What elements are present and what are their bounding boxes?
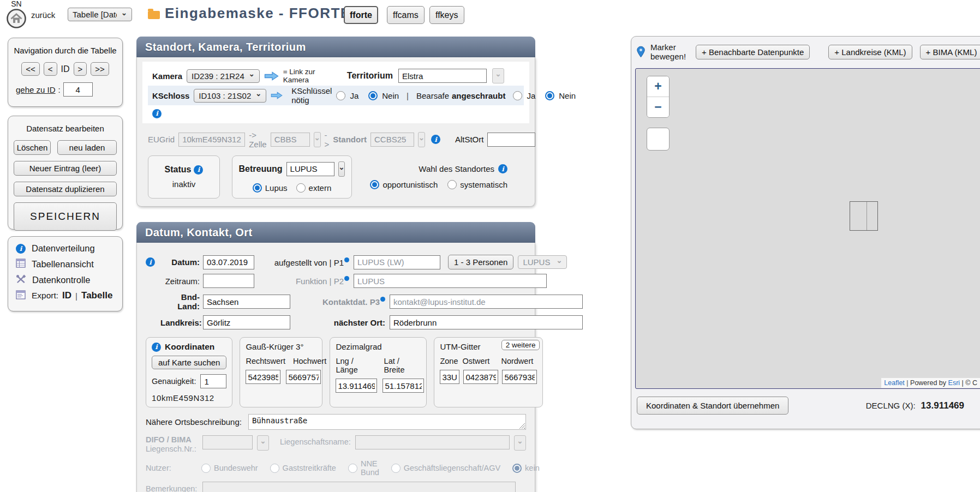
kamera-select-value: ID239 : 21R24: [192, 71, 244, 81]
zeitraum-input[interactable]: [203, 274, 254, 288]
kschluessel-nein-label: Nein: [382, 91, 399, 100]
betreuung-lupus-radio[interactable]: [253, 183, 262, 193]
genauigkeit-input[interactable]: [200, 374, 226, 388]
chevron-down-icon: [339, 166, 345, 172]
info-icon[interactable]: [194, 165, 203, 175]
declng-value: 13.911469: [921, 400, 964, 411]
betreuung-extern-radio[interactable]: [296, 183, 306, 193]
zelle-input: [271, 133, 310, 147]
powered-by-text: Powered by: [910, 379, 946, 387]
lng-input[interactable]: [336, 379, 377, 393]
tabellenansicht-link[interactable]: Tabellenansicht: [32, 259, 94, 269]
kschluessel-nein-radio[interactable]: [368, 91, 378, 100]
zoom-in-button[interactable]: +: [647, 76, 669, 97]
table-icon: [16, 259, 26, 269]
kamera-label: Kamera: [152, 71, 182, 81]
ort-input[interactable]: [390, 315, 583, 329]
karte-suchen-button[interactable]: auf Karte suchen: [152, 356, 226, 369]
bearsafe-nein-radio[interactable]: [545, 91, 554, 100]
goto-id-input[interactable]: [63, 82, 93, 97]
info-icon[interactable]: [152, 343, 161, 352]
home-logo[interactable]: SN: [4, 0, 28, 31]
nav-button-fforte[interactable]: fforte: [344, 6, 378, 24]
next-record-button[interactable]: >: [74, 62, 87, 76]
navigation-box: Navigation durch die Tabelle << < ID > >…: [8, 38, 123, 107]
p1-input[interactable]: [354, 255, 440, 269]
info-icon[interactable]: [152, 109, 162, 118]
edit-title: Datensatz bearbeiten: [14, 124, 117, 133]
wahl-label: Wahl des Standortes: [419, 164, 494, 173]
uebernehmen-button[interactable]: Koordinaten & Standort übernehmen: [637, 397, 788, 415]
datenkontrolle-link[interactable]: Datenkontrolle: [32, 275, 90, 285]
map[interactable]: + − Leaflet | Powered by Esri | © C: [635, 68, 980, 389]
dez-col-lng: Lng / Länge: [336, 357, 376, 374]
kschloss-select[interactable]: ID103 : 21S02: [194, 89, 266, 103]
bemerkungen-input: [202, 482, 516, 492]
info-icon[interactable]: [498, 164, 507, 173]
betreuung-extern-label: extern: [309, 183, 332, 193]
landkreise-kml-button[interactable]: + Landkreise (KML): [828, 45, 912, 59]
wahl-opportunistisch-radio[interactable]: [370, 180, 379, 189]
zone-input[interactable]: [440, 370, 459, 384]
datenverteilung-link[interactable]: Datenverteilung: [32, 243, 95, 254]
betreuung-dropdown-button[interactable]: [338, 161, 345, 177]
pipe-separator: |: [407, 91, 409, 100]
duplicate-button[interactable]: Datensatz duplizieren: [14, 182, 117, 196]
delete-button[interactable]: Löschen: [14, 140, 51, 155]
wahl-systematisch-radio[interactable]: [447, 180, 457, 189]
bearsafe-ja-radio[interactable]: [513, 91, 522, 100]
nutzer-bundeswehr-radio: [201, 464, 211, 473]
benachbarte-button[interactable]: + Benachbarte Datenpunkte: [696, 45, 810, 59]
export-icon: [16, 290, 26, 301]
p1-select-value: LUPUS (LW: [523, 257, 552, 267]
id-label: ID: [61, 64, 70, 74]
territorium-input[interactable]: [398, 69, 487, 83]
nutzer-label: Nutzer:: [146, 464, 198, 472]
export-table-link[interactable]: Tabelle: [81, 290, 112, 301]
reload-button[interactable]: neu laden: [57, 140, 117, 155]
save-button[interactable]: SPEICHERN: [14, 202, 117, 231]
nav-button-ffcams[interactable]: ffcams: [387, 6, 425, 24]
bndland-input[interactable]: [203, 295, 290, 309]
betreuung-input[interactable]: [286, 162, 334, 176]
personen-button[interactable]: 1 - 3 Personen: [448, 255, 513, 269]
export-id-link[interactable]: ID: [62, 290, 71, 301]
new-entry-button[interactable]: Neuer Eintrag (leer): [14, 161, 117, 176]
kschluessel-ja-radio[interactable]: [336, 91, 345, 100]
esri-link[interactable]: Esri: [948, 379, 960, 387]
prev-record-button[interactable]: <: [44, 62, 57, 76]
map-extra-button[interactable]: [647, 128, 670, 151]
nordwert-input[interactable]: [502, 370, 537, 384]
ortsbeschreibung-textarea[interactable]: Bühnaustraße: [248, 414, 526, 430]
hochwert-input[interactable]: [286, 370, 321, 384]
goto-id-link[interactable]: gehe zu ID: [16, 85, 56, 94]
datum-input[interactable]: [203, 255, 254, 269]
attr-tail: | © C: [962, 379, 977, 387]
nav-button-ffkeys[interactable]: ffkeys: [429, 6, 464, 24]
chevron-down-icon: [260, 440, 266, 446]
info-icon[interactable]: [146, 257, 155, 267]
standort-dropdown-button: [418, 132, 425, 147]
p3-input[interactable]: [390, 295, 583, 309]
home-icon[interactable]: [6, 21, 27, 31]
landkreis-input[interactable]: [203, 315, 290, 329]
zoom-out-button[interactable]: −: [647, 97, 669, 117]
kamera-select[interactable]: ID239 : 21R24: [187, 69, 260, 83]
bearsafe-bold-label: angeschraubt: [452, 91, 505, 100]
back-link[interactable]: zurück: [31, 10, 55, 20]
first-record-button[interactable]: <<: [21, 62, 40, 76]
datum-label: Datum:: [160, 257, 200, 267]
altstort-input[interactable]: [487, 133, 535, 147]
more-coords-button[interactable]: 2 weitere: [501, 340, 540, 350]
p2-input[interactable]: [354, 274, 547, 288]
last-record-button[interactable]: >>: [91, 62, 109, 76]
link-arrow-icon[interactable]: [264, 71, 279, 81]
table-select[interactable]: Tabelle [Datens: [68, 8, 132, 21]
bima-kml-button[interactable]: + BIMA (KML): [920, 45, 980, 59]
ostwert-input[interactable]: [463, 370, 498, 384]
zelle-dropdown-button: [314, 132, 321, 147]
leaflet-link[interactable]: Leaflet: [884, 379, 905, 387]
info-icon[interactable]: [431, 135, 440, 144]
rechtswert-input[interactable]: [246, 370, 280, 384]
lat-input[interactable]: [383, 379, 424, 393]
